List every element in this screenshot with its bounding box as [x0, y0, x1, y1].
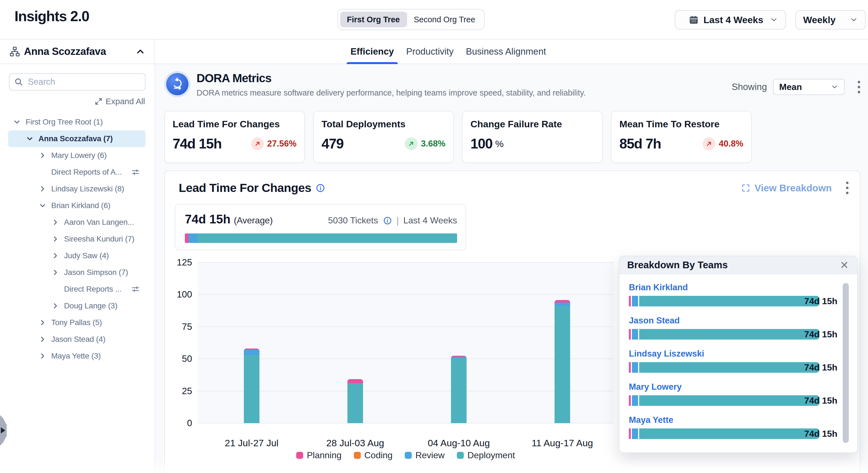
section-menu-button[interactable]	[846, 182, 848, 194]
sidebar-item-direct-reports-of-a[interactable]: Direct Reports of A...	[8, 164, 146, 180]
close-icon[interactable]	[839, 260, 849, 270]
team-name-link[interactable]: Jason Stead	[629, 316, 857, 326]
active-tab-underline	[347, 62, 398, 64]
sidebar-item-aaron-van-langen[interactable]: Aaron Van Langen...	[8, 214, 146, 231]
chevron-right-icon[interactable]	[51, 234, 60, 244]
team-bar-segment-planning	[629, 296, 631, 306]
x-axis-label: 28 Jul-03 Aug	[304, 438, 407, 448]
legend-item-deployment[interactable]: Deployment	[457, 450, 515, 461]
summary-period: Last 4 Weeks	[403, 215, 457, 226]
stacked-bar-2[interactable]	[347, 379, 363, 423]
sidebar-item-jason-stead-4[interactable]: Jason Stead (4)	[8, 331, 146, 348]
sidebar-item-tony-pallas-5[interactable]: Tony Pallas (5)	[8, 314, 146, 331]
chevron-right-icon[interactable]	[38, 318, 48, 328]
sidebar-item-label: Doug Lange (3)	[64, 301, 146, 310]
panel-scrollbar[interactable]	[843, 283, 849, 443]
tab-productivity[interactable]: Productivity	[402, 39, 458, 63]
chevron-right-icon[interactable]	[38, 150, 48, 160]
chevron-down-icon[interactable]	[38, 201, 48, 211]
caret-right-icon	[1, 427, 5, 434]
team-bar-segment-review	[632, 362, 638, 373]
top-right-controls: Last 4 Weeks Weekly	[675, 10, 866, 30]
org-tree-tab-second[interactable]: Second Org Tree	[407, 12, 482, 27]
chevron-down-icon[interactable]	[12, 117, 22, 127]
metric-card-unit: %	[495, 139, 504, 149]
legend-label: Coding	[364, 450, 393, 461]
sidebar-item-anna-scozzafava-7[interactable]: Anna Scozzafava (7)	[8, 130, 146, 147]
legend-item-coding[interactable]: Coding	[354, 450, 393, 461]
team-bar-segment-deployment	[639, 296, 819, 306]
sidebar-item-mary-lowery-6[interactable]: Mary Lowery (6)	[8, 147, 146, 164]
x-axis-label: 21 Jul-27 Jul	[200, 438, 304, 448]
chevron-right-icon[interactable]	[51, 301, 60, 311]
expand-all-button[interactable]: Expand All	[94, 97, 145, 106]
team-stacked-bar: 74d 15h	[629, 329, 857, 339]
sidebar-header: Anna Scozzafava	[0, 39, 155, 64]
chevron-right-icon[interactable]	[51, 251, 60, 261]
filter-settings-icon[interactable]	[131, 285, 140, 293]
bar-segment-deployment	[244, 355, 259, 423]
sidebar-item-label: Judy Saw (4)	[64, 251, 146, 260]
search-icon	[14, 77, 23, 87]
metric-delta: 40.8%	[703, 137, 743, 150]
chart-legend: PlanningCodingReviewDeployment	[198, 450, 614, 461]
collapse-tree-chevron-up-icon[interactable]	[135, 46, 146, 57]
metric-card-total-deployments: Total Deployments4793.68%	[313, 111, 454, 163]
showing-mode-select[interactable]: Mean	[773, 79, 845, 95]
sidebar-item-direct-reports[interactable]: Direct Reports ...	[8, 281, 146, 297]
sidebar-item-first-org-tree-root-1[interactable]: First Org Tree Root (1)	[8, 114, 146, 130]
tab-business-alignment[interactable]: Business Alignment	[462, 39, 550, 63]
chevron-right-icon[interactable]	[51, 267, 60, 277]
filter-settings-icon[interactable]	[131, 168, 140, 176]
sidebar-item-sireesha-kunduri-7[interactable]: Sireesha Kunduri (7)	[8, 231, 146, 247]
chevron-down-icon	[831, 83, 838, 91]
sidebar-collapse-handle[interactable]	[0, 415, 7, 446]
team-name-link[interactable]: Brian Kirkland	[629, 283, 857, 293]
view-breakdown-button[interactable]: View Breakdown	[741, 182, 832, 194]
sidebar-item-maya-yette-3[interactable]: Maya Yette (3)	[8, 348, 146, 364]
sidebar-item-label: Direct Reports of A...	[51, 168, 129, 177]
team-name-link[interactable]: Mary Lowery	[629, 382, 857, 392]
dora-menu-button[interactable]	[858, 81, 860, 93]
stacked-bar-1[interactable]	[244, 349, 259, 423]
org-tree-tab-first[interactable]: First Org Tree	[340, 12, 406, 27]
legend-item-review[interactable]: Review	[405, 450, 444, 461]
sidebar-item-lindsay-liszewski-8[interactable]: Lindsay Liszewski (8)	[8, 180, 146, 197]
chevron-down-icon[interactable]	[25, 134, 35, 144]
trend-up-arrow-icon	[405, 137, 417, 150]
dot	[846, 182, 848, 184]
team-name-link[interactable]: Lindsay Liszewski	[629, 349, 857, 359]
stacked-bar-4[interactable]	[555, 300, 570, 423]
main-tabs: EfficiencyProductivityBusiness Alignment	[155, 39, 868, 64]
metric-card-value: 74d 15h	[173, 136, 222, 152]
granularity-select[interactable]: Weekly	[795, 10, 866, 30]
summary-tickets: 5030 Tickets	[328, 215, 378, 226]
sidebar-item-judy-saw-4[interactable]: Judy Saw (4)	[8, 247, 146, 264]
sidebar-item-label: Anna Scozzafava (7)	[38, 134, 146, 143]
chevron-right-icon[interactable]	[38, 334, 48, 344]
info-icon[interactable]	[383, 216, 392, 225]
sidebar-user-name: Anna Scozzafava	[24, 46, 106, 57]
sidebar-item-brian-kirkland-6[interactable]: Brian Kirkland (6)	[8, 197, 146, 214]
trend-up-arrow-icon	[251, 137, 264, 150]
bar-chart-plot: 0255075100125	[198, 262, 614, 423]
chevron-right-icon[interactable]	[38, 351, 48, 361]
y-axis-tick-label: 100	[165, 289, 192, 300]
info-icon[interactable]	[316, 183, 325, 193]
date-range-select[interactable]: Last 4 Weeks	[675, 10, 786, 30]
tab-label: Business Alignment	[466, 46, 546, 57]
search-input[interactable]	[28, 77, 141, 87]
tab-label: Efficiency	[350, 46, 394, 57]
view-breakdown-icon	[741, 183, 750, 193]
tab-efficiency[interactable]: Efficiency	[347, 39, 398, 63]
team-name-link[interactable]: Maya Yette	[629, 415, 857, 425]
team-stacked-bar: 74d 15h	[629, 395, 857, 406]
sidebar-item-jason-simpson-7[interactable]: Jason Simpson (7)	[8, 264, 146, 281]
bar-segment-review	[555, 302, 570, 306]
stacked-bar-3[interactable]	[451, 356, 467, 423]
legend-item-planning[interactable]: Planning	[296, 450, 342, 461]
sidebar-item-doug-lange-3[interactable]: Doug Lange (3)	[8, 297, 146, 314]
chevron-right-icon[interactable]	[51, 217, 60, 227]
chevron-right-icon[interactable]	[38, 184, 48, 194]
lead-time-summary-card: 74d 15h (Average) 5030 Tickets | Last 4 …	[175, 204, 466, 250]
